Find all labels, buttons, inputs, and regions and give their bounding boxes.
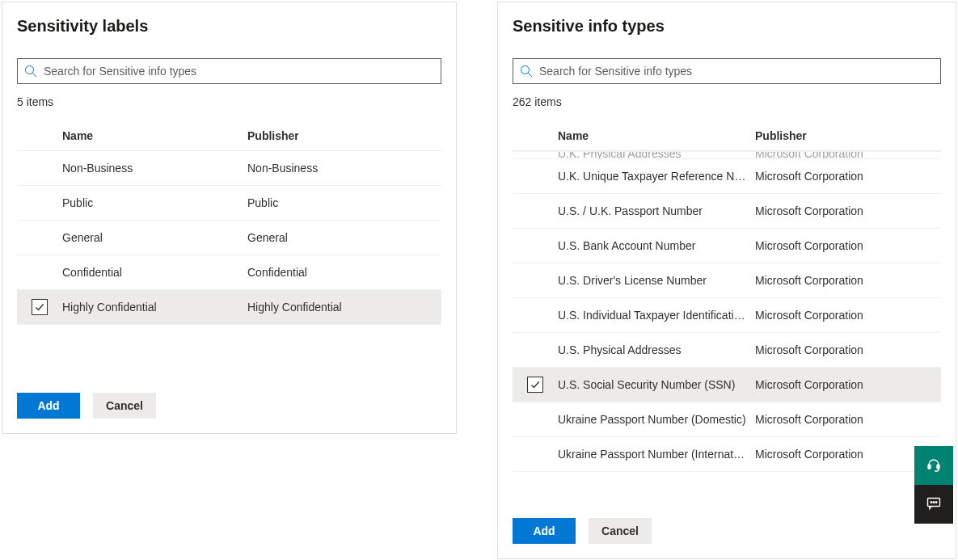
search-input[interactable] xyxy=(44,65,434,78)
table-row[interactable]: U.S. Bank Account NumberMicrosoft Corpor… xyxy=(513,229,941,263)
cancel-button[interactable]: Cancel xyxy=(589,518,652,544)
table-row[interactable]: U.S. Driver's License NumberMicrosoft Co… xyxy=(513,263,941,298)
table-row[interactable]: U.S. Social Security Number (SSN)Microso… xyxy=(513,368,941,402)
search-input[interactable] xyxy=(539,65,934,78)
search-icon xyxy=(24,65,37,78)
checkbox[interactable] xyxy=(32,299,48,315)
table-row[interactable]: Ukraine Passport Number (Domestic)Micros… xyxy=(513,402,941,437)
row-publisher: Public xyxy=(247,196,441,209)
svg-line-3 xyxy=(529,74,533,78)
row-publisher: Microsoft Corporation xyxy=(755,413,941,426)
search-container xyxy=(498,36,956,84)
add-button[interactable]: Add xyxy=(513,518,576,544)
table-row[interactable]: ConfidentialConfidential xyxy=(17,255,441,290)
svg-rect-5 xyxy=(937,465,939,469)
row-name: U.S. Bank Account Number xyxy=(558,239,755,252)
feedback-icon xyxy=(926,495,942,514)
sensitivity-labels-panel: Sensitivity labels 5 items Name Publishe… xyxy=(2,2,457,434)
item-count: 5 items xyxy=(2,84,456,108)
search-container xyxy=(2,36,456,84)
row-name: Non-Business xyxy=(62,162,247,175)
row-publisher: Microsoft Corporation xyxy=(755,204,941,217)
svg-point-9 xyxy=(935,501,937,503)
table-body[interactable]: U.K. Physical AddressesMicrosoft Corpora… xyxy=(513,151,941,503)
row-name: U.K. Physical Addresses xyxy=(558,151,755,159)
row-publisher: Microsoft Corporation xyxy=(755,343,941,356)
add-button[interactable]: Add xyxy=(17,393,80,419)
item-count: 262 items xyxy=(498,84,956,108)
row-name: Ukraine Passport Number (Domestic) xyxy=(558,413,755,426)
cancel-button[interactable]: Cancel xyxy=(93,393,156,419)
row-name: Public xyxy=(62,196,247,209)
table-header: Name Publisher xyxy=(513,121,941,151)
row-publisher: Microsoft Corporation xyxy=(755,378,941,391)
svg-point-2 xyxy=(521,66,530,74)
headset-icon xyxy=(926,457,942,475)
button-bar: Add Cancel xyxy=(498,503,956,558)
info-types-table: Name Publisher U.K. Physical AddressesMi… xyxy=(498,108,956,503)
row-name: Confidential xyxy=(62,266,247,279)
row-name: U.S. Social Security Number (SSN) xyxy=(558,378,755,391)
sensitive-info-types-panel: Sensitive info types 262 items Name Publ… xyxy=(497,2,956,559)
table-row[interactable]: Non-BusinessNon-Business xyxy=(17,151,441,186)
row-publisher: General xyxy=(247,231,441,244)
svg-point-0 xyxy=(26,66,34,74)
row-publisher: Non-Business xyxy=(247,162,441,175)
column-header-publisher[interactable]: Publisher xyxy=(755,129,941,142)
search-box[interactable] xyxy=(513,58,941,84)
checkbox[interactable] xyxy=(527,377,543,393)
table-row[interactable]: U.K. Unique Taxpayer Reference NumberMic… xyxy=(513,159,941,194)
support-button[interactable] xyxy=(914,446,953,485)
search-icon xyxy=(520,65,533,78)
row-publisher: Microsoft Corporation xyxy=(755,239,941,252)
row-name: Ukraine Passport Number (International) xyxy=(558,448,755,461)
labels-table: Name Publisher Non-BusinessNon-BusinessP… xyxy=(2,108,456,378)
row-name: U.S. Physical Addresses xyxy=(558,343,755,356)
table-header: Name Publisher xyxy=(17,121,441,151)
row-name: Highly Confidential xyxy=(62,301,247,314)
table-row[interactable]: U.S. / U.K. Passport NumberMicrosoft Cor… xyxy=(513,194,941,229)
row-name: General xyxy=(62,231,247,244)
svg-point-8 xyxy=(933,501,935,503)
button-bar: Add Cancel xyxy=(2,378,456,433)
panel-title: Sensitivity labels xyxy=(2,2,456,36)
table-row[interactable]: U.S. Individual Taxpayer Identification … xyxy=(513,298,941,333)
table-body: Non-BusinessNon-BusinessPublicPublicGene… xyxy=(17,151,441,378)
table-row[interactable]: Highly ConfidentialHighly Confidential xyxy=(17,290,441,325)
row-name: U.S. Driver's License Number xyxy=(558,274,755,287)
floating-actions xyxy=(914,446,953,524)
row-publisher: Microsoft Corporation xyxy=(755,274,941,287)
column-header-name[interactable]: Name xyxy=(558,129,755,142)
row-publisher: Highly Confidential xyxy=(247,301,441,314)
table-row[interactable]: GeneralGeneral xyxy=(17,221,441,255)
row-name: U.K. Unique Taxpayer Reference Number xyxy=(558,170,755,183)
row-name: U.S. Individual Taxpayer Identification … xyxy=(558,309,755,322)
feedback-button[interactable] xyxy=(914,485,953,524)
svg-point-7 xyxy=(931,501,932,503)
table-row[interactable]: PublicPublic xyxy=(17,186,441,221)
column-header-publisher[interactable]: Publisher xyxy=(247,129,441,142)
search-box[interactable] xyxy=(17,58,441,84)
table-row[interactable]: U.S. Physical AddressesMicrosoft Corpora… xyxy=(513,333,941,368)
svg-rect-4 xyxy=(928,465,931,469)
row-publisher: Microsoft Corporation xyxy=(755,309,941,322)
row-publisher: Microsoft Corporation xyxy=(755,448,941,461)
panel-title: Sensitive info types xyxy=(498,2,956,36)
table-row[interactable]: Ukraine Passport Number (International)M… xyxy=(513,437,941,472)
row-name: U.S. / U.K. Passport Number xyxy=(558,204,755,217)
row-publisher: Microsoft Corporation xyxy=(755,151,941,159)
row-publisher: Confidential xyxy=(247,266,441,279)
column-header-name[interactable]: Name xyxy=(62,129,247,142)
row-publisher: Microsoft Corporation xyxy=(755,170,941,183)
svg-line-1 xyxy=(33,74,37,78)
table-row[interactable]: U.K. Physical AddressesMicrosoft Corpora… xyxy=(513,151,941,159)
